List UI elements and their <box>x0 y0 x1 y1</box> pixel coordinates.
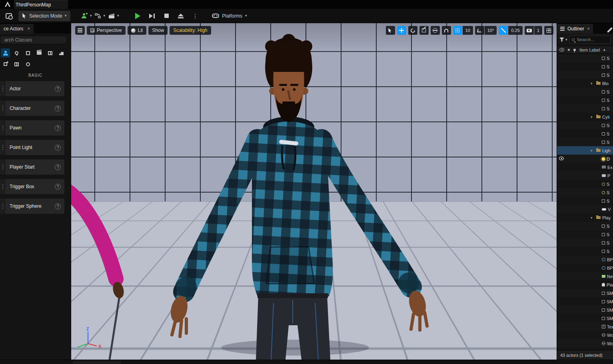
outliner-row[interactable]: S <box>557 138 613 146</box>
place-actor-item[interactable]: Trigger Sphere ? <box>0 199 64 214</box>
surface-snapping-button[interactable] <box>442 26 451 35</box>
outliner-row[interactable]: S <box>557 222 613 230</box>
outliner-row[interactable]: S <box>557 96 613 104</box>
help-icon[interactable]: ? <box>55 145 61 151</box>
drag-grip-icon[interactable] <box>0 140 6 155</box>
scale-snap-value[interactable]: 0.25 <box>508 26 522 35</box>
show-dropdown[interactable]: Show <box>148 26 168 35</box>
outliner-row[interactable]: S <box>557 88 613 96</box>
level-tab[interactable]: ThirdPersonMap <box>14 0 68 9</box>
outliner-row[interactable]: Nev <box>557 272 613 280</box>
category-tab[interactable] <box>23 60 32 69</box>
place-actors-search[interactable] <box>0 36 68 44</box>
platforms-dropdown[interactable]: Platforms ▾ <box>212 11 247 21</box>
outliner-row[interactable]: S <box>557 188 613 197</box>
world-local-toggle[interactable] <box>431 26 440 35</box>
level-viewport[interactable]: Perspective Lit Show Scalability: High 1… <box>71 23 557 360</box>
expander-icon[interactable]: ▾ <box>591 115 595 119</box>
rotation-snap-toggle[interactable] <box>475 26 484 35</box>
close-icon[interactable]: × <box>587 26 590 31</box>
outliner-row[interactable]: BP_ <box>557 264 613 272</box>
outliner-row[interactable]: S <box>557 230 613 239</box>
expander-icon[interactable]: ▾ <box>591 149 595 153</box>
outliner-row[interactable]: S <box>557 121 613 129</box>
help-icon[interactable]: ? <box>55 86 61 92</box>
content-drawer-button[interactable] <box>73 361 121 364</box>
help-icon[interactable]: ? <box>55 105 61 111</box>
play-button[interactable] <box>132 11 143 21</box>
outliner-row[interactable]: S <box>557 129 613 138</box>
drag-grip-icon[interactable] <box>0 120 6 135</box>
category-tab[interactable] <box>34 48 44 58</box>
category-tab[interactable] <box>46 48 55 58</box>
place-actor-item[interactable]: Trigger Box ? <box>0 179 64 194</box>
close-icon[interactable]: × <box>27 26 30 31</box>
place-actors-tab[interactable]: ce Actors × <box>0 24 34 34</box>
blueprints-button[interactable]: ▾ <box>94 11 106 21</box>
outliner-row[interactable]: Wor <box>557 339 613 348</box>
item-label-column[interactable]: Item Label <box>579 48 600 52</box>
outliner-row[interactable]: SM_ <box>557 314 613 322</box>
outliner-row[interactable]: ▾ Cyli <box>557 113 613 121</box>
outliner-row[interactable]: Ex <box>557 163 613 171</box>
category-tab[interactable] <box>1 60 10 69</box>
cinematics-button[interactable]: ▾ <box>108 11 119 21</box>
category-tab[interactable] <box>23 48 32 58</box>
outliner-row[interactable]: S <box>557 247 613 255</box>
translate-tool-button[interactable] <box>397 26 406 35</box>
place-actor-item[interactable]: Player Start ? <box>0 159 64 175</box>
help-icon[interactable]: ? <box>55 164 61 170</box>
eject-button[interactable] <box>175 11 186 21</box>
pin-column-icon[interactable] <box>573 49 576 51</box>
outliner-row[interactable]: D <box>557 155 613 163</box>
place-actors-search-input[interactable] <box>4 37 64 43</box>
outliner-row[interactable]: SM_ <box>557 289 613 297</box>
rotate-tool-button[interactable] <box>408 26 417 35</box>
outliner-row[interactable]: S <box>557 104 613 113</box>
view-mode-dropdown[interactable]: Lit <box>128 26 147 35</box>
outliner-row[interactable]: S <box>557 54 613 62</box>
visibility-eye-icon[interactable] <box>559 157 564 160</box>
category-tab[interactable] <box>1 48 10 58</box>
sort-asc-icon[interactable]: ▲ <box>603 48 606 52</box>
expander-icon[interactable]: ▾ <box>591 216 595 220</box>
outliner-row[interactable]: Wor <box>557 331 613 339</box>
drag-grip-icon[interactable] <box>0 101 6 116</box>
drag-grip-icon[interactable] <box>0 179 6 194</box>
viewport-menu-button[interactable] <box>75 26 85 35</box>
adjacent-panel-tab[interactable] <box>607 26 613 34</box>
camera-speed-button[interactable] <box>525 26 534 35</box>
outliner-row[interactable]: SM_ <box>557 297 613 306</box>
filter-button[interactable]: ▾ <box>559 38 567 42</box>
category-tab[interactable] <box>12 48 21 58</box>
category-tab[interactable] <box>12 60 21 69</box>
place-actor-item[interactable]: Actor ? <box>0 81 64 96</box>
scale-snap-toggle[interactable] <box>499 26 508 35</box>
outliner-tab[interactable]: Outliner × <box>557 24 593 34</box>
outliner-row[interactable]: Tex <box>557 322 613 331</box>
outliner-row[interactable]: SM_ <box>557 306 613 314</box>
outliner-row[interactable]: V <box>557 205 613 213</box>
play-options-button[interactable]: ⋮ <box>190 11 201 21</box>
add-actor-button[interactable]: ▾ <box>81 11 92 21</box>
perspective-dropdown[interactable]: Perspective <box>87 26 126 35</box>
outliner-row[interactable]: ▾ Blo <box>557 79 613 88</box>
maximize-viewport-button[interactable] <box>544 26 553 35</box>
outliner-row[interactable]: S <box>557 239 613 247</box>
editor-modes-button[interactable] <box>3 11 14 21</box>
help-icon[interactable]: ? <box>55 203 61 209</box>
outliner-row[interactable]: ▾ Play <box>557 213 613 222</box>
outliner-row[interactable]: P <box>557 171 613 180</box>
outliner-row[interactable]: Play <box>557 280 613 289</box>
visibility-column-icon[interactable] <box>559 48 564 52</box>
grid-snap-toggle[interactable] <box>453 26 462 35</box>
category-tab[interactable] <box>57 48 66 58</box>
place-actor-item[interactable]: Character ? <box>0 101 64 116</box>
camera-speed-value[interactable]: 1 <box>534 26 542 35</box>
help-icon[interactable]: ? <box>55 125 61 131</box>
place-actor-item[interactable]: Pawn ? <box>0 120 64 135</box>
outliner-row[interactable]: BP_ <box>557 255 613 264</box>
frame-skip-button[interactable] <box>146 11 158 21</box>
selection-mode-dropdown[interactable]: Selection Mode ▾ <box>18 11 70 21</box>
select-tool-button[interactable] <box>386 26 395 35</box>
